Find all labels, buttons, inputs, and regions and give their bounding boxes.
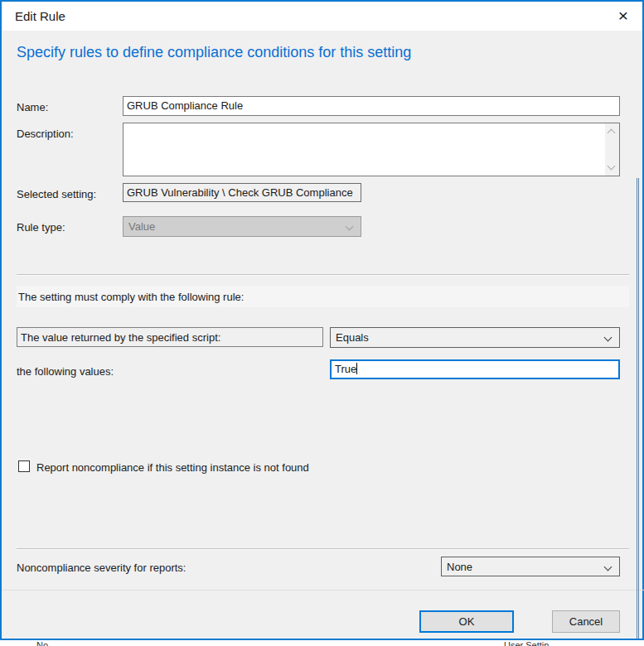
scrollbar[interactable] (605, 123, 619, 176)
divider (17, 548, 629, 550)
name-label: Name: (17, 101, 48, 113)
dialog-heading: Specify rules to define compliance condi… (17, 44, 411, 61)
description-textarea[interactable] (123, 123, 620, 176)
name-input[interactable]: GRUB Compliance Rule (123, 96, 620, 116)
rule-type-label: Rule type: (17, 221, 65, 234)
edit-rule-dialog: Edit Rule × Specify rules to define comp… (0, 0, 644, 640)
chevron-down-icon[interactable] (608, 162, 616, 171)
values-label: the following values: (17, 365, 114, 378)
ok-button[interactable]: OK (419, 610, 514, 633)
chevron-down-icon (604, 334, 613, 342)
background-window-text-fragment: User Settin (504, 641, 603, 646)
chevron-up-icon[interactable] (608, 129, 616, 137)
description-label: Description: (17, 128, 74, 140)
severity-label: Noncompliance severity for reports: (17, 562, 186, 574)
text-caret (356, 363, 357, 374)
cancel-button[interactable]: Cancel (552, 610, 620, 633)
rule-section-heading: The setting must comply with the followi… (18, 291, 244, 303)
chevron-down-icon (604, 563, 613, 571)
report-noncompliance-label: Report noncompliance if this setting ins… (36, 461, 309, 474)
rule-operand-box: The value returned by the specified scri… (17, 327, 323, 347)
rule-section-header: The setting must comply with the followi… (17, 286, 629, 307)
selected-setting-label: Selected setting: (17, 188, 96, 200)
severity-select[interactable]: None (441, 557, 620, 576)
chevron-down-icon (346, 223, 354, 231)
close-icon[interactable]: × (609, 4, 637, 28)
report-noncompliance-checkbox[interactable] (18, 460, 30, 472)
screen: No User Settin Edit Rule × Specify rules… (0, 0, 644, 646)
rule-operator-select[interactable]: Equals (330, 327, 620, 348)
selected-setting-value: GRUB Vulnerability \ Check GRUB Complian… (123, 183, 361, 202)
divider (2, 590, 644, 591)
divider (17, 274, 629, 276)
window-title: Edit Rule (15, 9, 65, 23)
background-window-edge (637, 178, 639, 639)
rule-type-select: Value (123, 216, 361, 237)
values-input[interactable]: True (330, 359, 620, 379)
title-bar: Edit Rule × (2, 2, 642, 31)
background-window-text-fragment: No (36, 641, 86, 646)
